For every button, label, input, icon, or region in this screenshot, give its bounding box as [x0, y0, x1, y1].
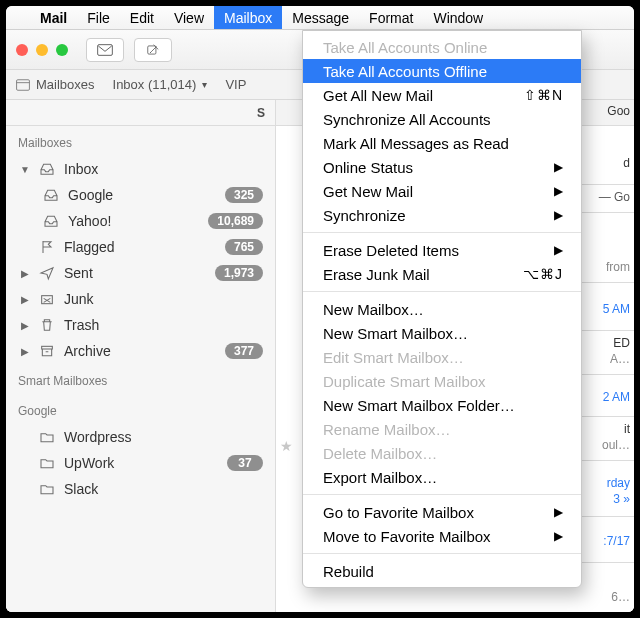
sidebar-item-label: Sent — [64, 265, 93, 281]
sidebar-item-trash[interactable]: ▶ Trash — [6, 312, 275, 338]
close-window-button[interactable] — [16, 44, 28, 56]
disclosure-triangle-icon[interactable]: ▶ — [20, 268, 30, 279]
menu-app[interactable]: Mail — [30, 6, 77, 29]
sidebar-item-google[interactable]: Google 325 — [6, 182, 275, 208]
disclosure-triangle-icon[interactable]: ▶ — [20, 320, 30, 331]
sidebar-item-sent[interactable]: ▶ Sent 1,973 — [6, 260, 275, 286]
menu-item-label: Synchronize — [323, 207, 406, 224]
menu-item[interactable]: Erase Deleted Items▶ — [303, 238, 581, 262]
get-mail-button[interactable] — [86, 38, 124, 62]
section-smart: Smart Mailboxes — [6, 364, 275, 394]
vip-star-icon[interactable]: ★ — [280, 438, 293, 454]
menu-item[interactable]: Online Status▶ — [303, 155, 581, 179]
unread-badge: 37 — [227, 455, 263, 471]
folder-icon — [38, 455, 56, 471]
favorites-vips[interactable]: VIP — [225, 77, 246, 92]
inbox-icon — [42, 187, 60, 203]
menu-item-label: Get All New Mail — [323, 87, 433, 104]
traffic-lights — [16, 44, 68, 56]
list-fragment: :7/17 — [588, 534, 634, 548]
section-mailboxes: Mailboxes — [6, 126, 275, 156]
list-divider — [578, 184, 634, 185]
zoom-window-button[interactable] — [56, 44, 68, 56]
menu-separator — [303, 291, 581, 292]
submenu-arrow-icon: ▶ — [554, 243, 563, 257]
menu-view[interactable]: View — [164, 6, 214, 29]
sidebar-item-label: Inbox — [64, 161, 98, 177]
sidebar-item-junk[interactable]: ▶ Junk — [6, 286, 275, 312]
menu-mailbox[interactable]: Mailbox — [214, 6, 282, 29]
menu-item[interactable]: Go to Favorite Mailbox▶ — [303, 500, 581, 524]
menu-item[interactable]: Erase Junk Mail⌥⌘J — [303, 262, 581, 286]
sort-label: S — [257, 106, 265, 120]
menu-format[interactable]: Format — [359, 6, 423, 29]
list-fragment: ED — [588, 336, 634, 350]
favorites-vips-label: VIP — [225, 77, 246, 92]
menu-item[interactable]: Get All New Mail⇧⌘N — [303, 83, 581, 107]
menu-item[interactable]: Rebuild — [303, 559, 581, 583]
sidebar-item-archive[interactable]: ▶ Archive 377 — [6, 338, 275, 364]
menu-item-label: New Smart Mailbox Folder… — [323, 397, 515, 414]
chevron-down-icon: ▾ — [202, 79, 207, 90]
sidebar-sort-header[interactable]: S — [6, 100, 275, 126]
menu-item[interactable]: Move to Favorite Mailbox▶ — [303, 524, 581, 548]
menu-separator — [303, 232, 581, 233]
menu-edit[interactable]: Edit — [120, 6, 164, 29]
section-google: Google — [6, 394, 275, 424]
menu-item-label: Go to Favorite Mailbox — [323, 504, 474, 521]
inbox-icon — [42, 213, 60, 229]
favorites-inbox-label: Inbox (11,014) — [113, 77, 197, 92]
sidebar-item-flagged[interactable]: ▶ Flagged 765 — [6, 234, 275, 260]
submenu-arrow-icon: ▶ — [554, 505, 563, 519]
menu-shortcut: ⇧⌘N — [524, 87, 563, 103]
favorites-mailboxes[interactable]: Mailboxes — [16, 77, 95, 92]
unread-badge: 325 — [225, 187, 263, 203]
menu-item[interactable]: Take All Accounts Offline — [303, 59, 581, 83]
submenu-arrow-icon: ▶ — [554, 208, 563, 222]
menu-item[interactable]: Get New Mail▶ — [303, 179, 581, 203]
menu-item[interactable]: New Smart Mailbox Folder… — [303, 393, 581, 417]
menu-item: Edit Smart Mailbox… — [303, 345, 581, 369]
compose-button[interactable] — [134, 38, 172, 62]
unread-badge: 10,689 — [208, 213, 263, 229]
svg-rect-4 — [42, 296, 53, 304]
list-fragment: A… — [588, 352, 634, 366]
menu-item[interactable]: Export Mailbox… — [303, 465, 581, 489]
menu-item[interactable]: Synchronize All Accounts — [303, 107, 581, 131]
disclosure-triangle-icon[interactable]: ▶ — [20, 346, 30, 357]
svg-rect-7 — [42, 346, 53, 349]
menu-item[interactable]: Synchronize▶ — [303, 203, 581, 227]
sidebar-item-yahoo[interactable]: Yahoo! 10,689 — [6, 208, 275, 234]
sidebar-item-label: Yahoo! — [68, 213, 111, 229]
menu-message[interactable]: Message — [282, 6, 359, 29]
menu-item-label: Delete Mailbox… — [323, 445, 437, 462]
sidebar: S Mailboxes ▼ Inbox Google 325 — [6, 100, 276, 612]
favorites-inbox[interactable]: Inbox (11,014) ▾ — [113, 77, 208, 92]
menu-item-label: Edit Smart Mailbox… — [323, 349, 464, 366]
sidebar-item-upwork[interactable]: ▶ UpWork 37 — [6, 450, 275, 476]
list-fragment: from — [588, 260, 634, 274]
menubar: Mail File Edit View Mailbox Message Form… — [6, 6, 634, 30]
menu-item[interactable]: Mark All Messages as Read — [303, 131, 581, 155]
minimize-window-button[interactable] — [36, 44, 48, 56]
menu-window[interactable]: Window — [423, 6, 493, 29]
menu-item-label: New Smart Mailbox… — [323, 325, 468, 342]
junk-icon — [38, 291, 56, 307]
archive-icon — [38, 343, 56, 359]
list-fragment: 3 » — [588, 492, 634, 506]
compose-icon — [145, 43, 161, 57]
svg-rect-2 — [17, 79, 30, 90]
list-fragment: oul… — [588, 438, 634, 452]
sidebar-item-inbox[interactable]: ▼ Inbox — [6, 156, 275, 182]
menu-item[interactable]: New Smart Mailbox… — [303, 321, 581, 345]
menu-item[interactable]: New Mailbox… — [303, 297, 581, 321]
sidebar-item-slack[interactable]: ▶ Slack — [6, 476, 275, 502]
disclosure-triangle-icon[interactable]: ▶ — [20, 294, 30, 305]
disclosure-triangle-icon[interactable]: ▼ — [20, 164, 30, 175]
folder-icon — [38, 481, 56, 497]
menu-item-label: Mark All Messages as Read — [323, 135, 509, 152]
sidebar-item-wordpress[interactable]: ▶ Wordpress — [6, 424, 275, 450]
sidebar-item-label: Flagged — [64, 239, 115, 255]
menu-file[interactable]: File — [77, 6, 120, 29]
flag-icon — [38, 239, 56, 255]
